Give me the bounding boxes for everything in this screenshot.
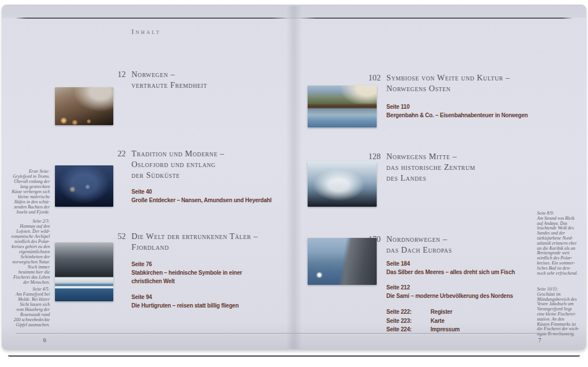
photo-mountain-river-with-bridge <box>308 86 377 127</box>
folio-rule <box>16 333 572 334</box>
book-spread-scan: Inhalt 12 Norwegen – vertraute Fremdheit… <box>0 0 588 367</box>
chapter-entry-fjordland: 52 Die Welt der ertrunkenen Täler – Fjor… <box>91 231 258 253</box>
margin-note: Seite 4/5: Am Fannefjord bei Molde. Bei … <box>3 287 50 327</box>
section-page-ref: Seite 76 <box>131 260 242 268</box>
photo-mountain-village-at-dusk <box>55 87 113 125</box>
back-matter-row: Seite 222: Register <box>386 308 460 317</box>
margin-note: Seite 2/3: Hamnøy auf den Lofoten. Der w… <box>3 219 50 285</box>
page-number-left: 6 <box>43 336 46 343</box>
section-entry: Seite 40 Große Entdecker – Nansen, Amund… <box>131 187 271 204</box>
spread-gutter <box>286 6 302 349</box>
section-entry: Seite 76 Stabkirchen – heidnische Symbol… <box>131 260 242 285</box>
page-stack-edge <box>8 355 580 357</box>
page-number-right: 7 <box>538 336 542 343</box>
section-entry: Seite 212 Die Sami – moderne Urbevölkeru… <box>386 283 513 300</box>
chapter-title: Die Welt der ertrunkenen Täler – Fjordla… <box>131 231 258 253</box>
section-title: Große Entdecker – Nansen, Amundsen und H… <box>131 196 271 204</box>
section-title: Die Sami – moderne Urbevölkerung des Nor… <box>386 292 513 300</box>
section-page-ref: Seite 40 <box>131 187 271 196</box>
section-entry: Seite 94 Die Hurtigruten – reisen statt … <box>131 293 238 310</box>
section-entry: Seite 184 Das Silber des Meeres – alles … <box>386 259 515 276</box>
photo-north-cape-cliff-and-sea <box>308 238 377 285</box>
back-matter-page-ref: Seite 222: <box>386 308 431 317</box>
chapter-title: Norwegen – vertraute Fremdheit <box>131 69 207 91</box>
section-title: Das Silber des Meeres – alles dreht sich… <box>386 268 515 276</box>
back-matter-list: Seite 222: Register Seite 223: Karte Sei… <box>386 308 460 334</box>
chapter-title: Symbiose von Weite und Kultur – Norwegen… <box>386 72 510 94</box>
chapter-title: Tradition und Moderne – Oslofjord und en… <box>131 148 224 181</box>
back-matter-row: Seite 223: Karte <box>386 317 460 326</box>
section-page-ref: Seite 94 <box>131 293 238 301</box>
back-matter-label: Register <box>431 308 452 317</box>
section-title: Stabkirchen – heidnische Symbole in eine… <box>131 268 242 285</box>
chapter-title: Norwegens Mitte – das historische Zentru… <box>386 151 475 184</box>
toc-heading: Inhalt <box>131 27 161 36</box>
margin-note: Seite 8/9: Am Strand von Bleik auf Andøy… <box>537 211 582 276</box>
section-page-ref: Seite 184 <box>386 259 515 268</box>
margin-note: Erste Seite: Grylefjord in Troms. Überal… <box>3 169 50 215</box>
back-matter-page-ref: Seite 223: <box>386 317 431 326</box>
back-matter-label: Karte <box>431 317 445 326</box>
section-title: Die Hurtigruten – reisen statt billig fl… <box>131 301 238 310</box>
chapter-title: Nordnorwegen – das Dach Europas <box>386 234 452 255</box>
margin-note: Seite 10/11: Geschützt im Mündungsbereic… <box>537 287 582 337</box>
section-page-ref: Seite 212 <box>386 283 513 292</box>
photo-fjord-from-ship-deck <box>55 242 113 301</box>
section-entry: Seite 110 Bergenbahn & Co. – Eisenbahnab… <box>386 103 528 120</box>
section-title: Bergenbahn & Co. – Eisenbahnabenteuer in… <box>386 111 528 120</box>
section-page-ref: Seite 110 <box>386 103 528 111</box>
photo-stormy-misty-coast <box>308 161 377 207</box>
photo-harbor-boats-at-night <box>55 165 113 207</box>
